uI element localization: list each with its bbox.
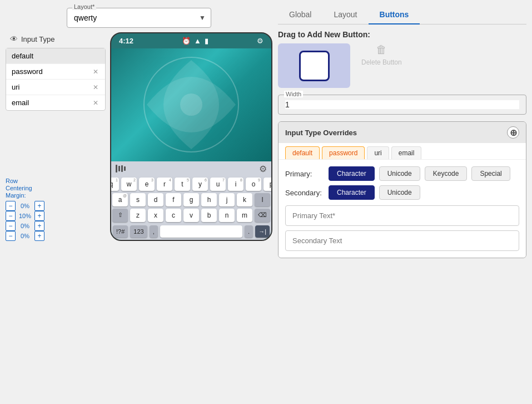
kb-key-q[interactable]: q1 xyxy=(110,178,119,191)
kb-key-y[interactable]: y6 xyxy=(192,178,208,191)
kb-key-i[interactable]: i8 xyxy=(228,178,243,191)
input-type-item-default[interactable]: default xyxy=(6,48,105,64)
kb-key-p[interactable]: p0 xyxy=(263,178,272,191)
overrides-section: Input Type Overrides ⊕ default password … xyxy=(278,121,526,258)
overrides-header: Input Type Overrides ⊕ xyxy=(279,122,526,143)
keyboard-settings-icon[interactable]: ⚙ xyxy=(259,164,267,174)
primary-text-input[interactable] xyxy=(285,205,519,226)
override-tab-default[interactable]: default xyxy=(285,146,320,159)
input-type-item-label: email xyxy=(12,98,29,107)
kb-key-symbols[interactable]: !?# xyxy=(113,225,128,238)
margin-minus-3[interactable]: − xyxy=(6,221,16,231)
override-tab-uri[interactable]: uri xyxy=(367,146,389,159)
input-type-item-password[interactable]: password ✕ xyxy=(6,64,105,80)
secondary-type-row: Secondary: Character Unicode xyxy=(285,185,519,200)
kb-key-shift[interactable]: ⇧ xyxy=(112,209,128,222)
margin-minus-2[interactable]: − xyxy=(6,211,16,221)
alarm-icon: ⏰ xyxy=(182,37,191,45)
kb-key-c[interactable]: c xyxy=(166,209,181,222)
kb-key-k[interactable]: k xyxy=(237,193,252,206)
kb-key-n[interactable]: n xyxy=(219,209,235,222)
input-type-item-label: password xyxy=(12,67,43,76)
kb-key-x[interactable]: x xyxy=(148,209,163,222)
delete-button-label: Delete Button xyxy=(361,58,402,66)
margin-value-1: 0% xyxy=(17,203,33,209)
delete-section: 🗑 Delete Button xyxy=(361,43,402,66)
primary-unicode-button[interactable]: Unicode xyxy=(379,166,420,181)
primary-type-row: Primary: Character Unicode Keycode Speci… xyxy=(285,166,519,181)
toolbar-bar-2 xyxy=(118,166,120,171)
kb-key-u[interactable]: u7 xyxy=(210,178,226,191)
margin-row-1: − 0% + xyxy=(6,201,106,211)
width-input[interactable] xyxy=(285,100,519,109)
primary-special-button[interactable]: Special xyxy=(471,166,510,181)
margin-plus-4[interactable]: + xyxy=(34,231,44,241)
kb-key-v[interactable]: v xyxy=(183,209,199,222)
secondary-unicode-button[interactable]: Unicode xyxy=(379,185,420,200)
status-icons: ⏰ ▲ ▮ xyxy=(182,37,208,45)
remove-email-button[interactable]: ✕ xyxy=(92,99,100,107)
primary-character-button[interactable]: Character xyxy=(329,166,375,181)
settings-icon: ⚙ xyxy=(257,37,263,45)
svg-point-1 xyxy=(180,93,202,116)
kb-key-d[interactable]: d xyxy=(148,193,163,206)
kb-key-a[interactable]: a@ xyxy=(112,193,128,206)
kb-key-123[interactable]: 123 xyxy=(130,225,147,238)
margin-plus-3[interactable]: + xyxy=(34,221,44,231)
secondary-text-input[interactable] xyxy=(285,230,519,251)
kb-key-enter[interactable]: →| xyxy=(255,225,270,238)
kb-row-2: a@ s d f g h j k l xyxy=(113,193,270,206)
input-type-item-email[interactable]: email ✕ xyxy=(6,95,105,110)
override-tab-password[interactable]: password xyxy=(322,146,365,159)
input-type-list: default password ✕ uri ✕ email ✕ xyxy=(6,48,106,111)
layout-select[interactable]: qwerty azerty dvorak xyxy=(67,8,211,28)
override-tab-email[interactable]: email xyxy=(391,146,422,159)
add-override-button[interactable]: ⊕ xyxy=(507,126,519,139)
kb-key-h[interactable]: h xyxy=(201,193,217,206)
tab-global[interactable]: Global xyxy=(278,6,322,24)
toolbar-bar-3 xyxy=(121,165,123,172)
kb-row-3: ⇧ z x c v b n m ⌫ xyxy=(113,209,270,222)
kb-key-l[interactable]: l xyxy=(255,193,270,206)
remove-password-button[interactable]: ✕ xyxy=(92,68,100,76)
overrides-tabs: default password uri email xyxy=(279,143,526,160)
kb-key-b[interactable]: b xyxy=(201,209,217,222)
input-type-item-uri[interactable]: uri ✕ xyxy=(6,80,105,95)
primary-keycode-button[interactable]: Keycode xyxy=(425,166,468,181)
kb-key-r[interactable]: r4 xyxy=(157,178,172,191)
margin-plus-1[interactable]: + xyxy=(34,201,44,211)
layout-selector: Layout* qwerty azerty dvorak ▼ xyxy=(67,8,211,28)
kb-key-w[interactable]: w2 xyxy=(121,178,137,191)
phone-logo xyxy=(141,55,241,155)
input-type-dropdown: 👁 Input Type default password ✕ uri ✕ xyxy=(6,32,106,241)
button-preview-area[interactable] xyxy=(278,43,350,88)
phone-screen xyxy=(111,48,271,161)
right-panel: Global Layout Buttons Drag to Add New Bu… xyxy=(278,6,526,398)
margins-panel: RowCenteringMargin: − 0% + − 10% + − 0% xyxy=(6,178,106,241)
kb-key-comma[interactable]: , xyxy=(150,225,158,238)
kb-key-backspace[interactable]: ⌫ xyxy=(255,209,270,222)
kb-key-g[interactable]: g xyxy=(183,193,199,206)
kb-key-z[interactable]: z xyxy=(130,209,146,222)
margin-minus-4[interactable]: − xyxy=(6,231,16,241)
kb-key-e[interactable]: e3 xyxy=(139,178,155,191)
tab-layout[interactable]: Layout xyxy=(322,6,368,24)
margin-plus-2[interactable]: + xyxy=(34,211,44,221)
kb-key-m[interactable]: m xyxy=(237,209,252,222)
input-type-header: 👁 Input Type xyxy=(6,32,106,46)
margin-value-2: 10% xyxy=(17,213,33,219)
input-type-item-label: uri xyxy=(12,83,19,91)
margin-minus-1[interactable]: − xyxy=(6,201,16,211)
secondary-character-button[interactable]: Character xyxy=(329,185,375,200)
kb-key-j[interactable]: j xyxy=(219,193,235,206)
input-type-item-label: default xyxy=(12,52,33,60)
kb-key-f[interactable]: f xyxy=(166,193,181,206)
kb-key-s[interactable]: s xyxy=(130,193,146,206)
kb-key-t[interactable]: t5 xyxy=(175,178,190,191)
kb-key-space[interactable] xyxy=(160,225,242,238)
drag-label: Drag to Add New Button: xyxy=(278,30,526,39)
tab-buttons[interactable]: Buttons xyxy=(369,6,420,24)
kb-key-period[interactable]: . xyxy=(245,225,253,238)
kb-key-o[interactable]: o9 xyxy=(246,178,261,191)
remove-uri-button[interactable]: ✕ xyxy=(92,83,100,91)
